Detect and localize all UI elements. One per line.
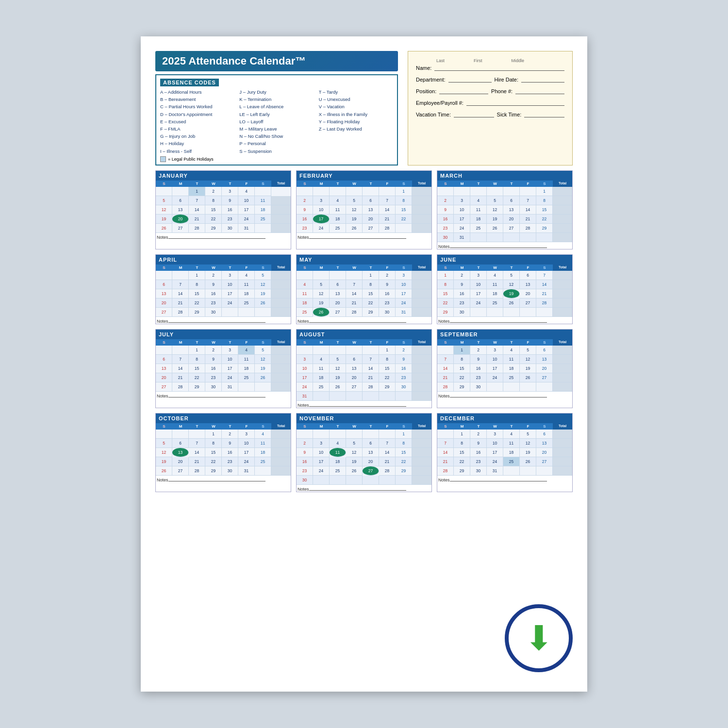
position-line: Position: Phone #: (416, 87, 564, 94)
day-headers: SMTWTFSTotal (297, 265, 431, 271)
cal-cell: 4 (297, 280, 313, 289)
cal-cell: 11 (255, 196, 271, 205)
hire-underline[interactable] (521, 76, 564, 83)
absence-codes-box: ABSENCE CODES A – Additional HoursB – Be… (155, 74, 398, 165)
cal-cell: 16 (222, 448, 238, 457)
cal-cell: 17 (487, 364, 503, 373)
cal-row: 27282930 (156, 308, 291, 317)
day-header: S (396, 265, 412, 271)
cal-cell (313, 476, 330, 485)
notes-underline[interactable] (309, 322, 406, 323)
cal-cell: 27 (503, 224, 520, 233)
cal-cell (189, 430, 205, 439)
cal-cell: 16 (470, 364, 487, 373)
cal-cell: 1 (189, 271, 205, 280)
cal-cell: 17 (222, 289, 238, 298)
cal-cell: 9 (396, 355, 412, 364)
download-overlay[interactable]: ⬇ (505, 604, 573, 672)
cal-cell (156, 346, 172, 355)
cal-cell: 30 (205, 308, 222, 317)
notes-underline[interactable] (309, 490, 406, 491)
cal-cell (520, 308, 536, 317)
notes-line: Notes (437, 319, 572, 324)
cal-cell: 27 (156, 308, 172, 317)
notes-underline[interactable] (450, 397, 547, 397)
dept-underline[interactable] (448, 76, 492, 83)
notes-underline[interactable] (168, 481, 265, 481)
notes-underline[interactable] (168, 397, 265, 397)
cal-cell: 26 (487, 224, 503, 233)
month-block-july: JULYSMTWTFSTotal123456789101112131415161… (155, 329, 291, 408)
cal-cell: 29 (396, 466, 412, 476)
cal-cell: 15 (363, 289, 379, 298)
month-header: JULY (156, 330, 291, 339)
notes-underline[interactable] (450, 322, 547, 323)
emp-underline[interactable] (466, 99, 564, 106)
cal-cell (412, 439, 431, 448)
notes-underline[interactable] (309, 238, 406, 239)
cal-cell: 11 (238, 280, 255, 289)
phone-underline[interactable] (515, 87, 564, 94)
cal-cell: 24 (470, 298, 487, 308)
cal-cell (271, 373, 291, 382)
cal-cell: 28 (172, 382, 189, 392)
code-item: Z – Last Day Worked (319, 125, 393, 132)
notes-underline[interactable] (309, 406, 406, 407)
cal-cell: 11 (487, 280, 503, 289)
name-label: Name: (416, 65, 431, 71)
cal-row: 12345 (156, 271, 291, 280)
cal-cell: 27 (330, 308, 346, 317)
day-header: F (238, 339, 255, 346)
cal-cell: 9 (470, 355, 487, 364)
vacation-underline[interactable] (454, 111, 494, 117)
cal-cell (536, 382, 553, 392)
notes-label: Notes (157, 235, 168, 240)
cal-cell: 13 (172, 205, 189, 215)
notes-label: Notes (298, 487, 309, 492)
cal-row: 28293031 (437, 466, 572, 476)
month-block-september: SEPTEMBERSMTWTFSTotal1234567891011121314… (437, 329, 573, 408)
position-underline[interactable] (439, 87, 488, 94)
notes-underline[interactable] (168, 238, 265, 239)
day-header: M (172, 265, 189, 271)
cal-cell: 16 (297, 457, 313, 466)
vacation-label: Vacation Time: (416, 112, 451, 117)
day-header: S (156, 423, 172, 430)
day-header: F (238, 265, 255, 271)
cal-cell: 21 (536, 289, 553, 298)
day-header: T (189, 423, 205, 430)
day-header: F (520, 339, 536, 346)
cal-cell (313, 346, 330, 355)
cal-cell (412, 196, 431, 205)
cal-cell: 16 (379, 289, 396, 298)
day-header: T (503, 423, 520, 430)
cal-row: 232425262728 (297, 224, 431, 233)
cal-cell: 10 (313, 205, 330, 215)
sick-underline[interactable] (524, 111, 564, 117)
notes-underline[interactable] (168, 322, 265, 323)
day-header: S (255, 265, 271, 271)
name-underline[interactable] (434, 64, 564, 71)
cal-cell (271, 289, 291, 298)
cal-row: 2345678 (297, 196, 431, 205)
month-block-june: JUNESMTWTFSTotal123456789101112131415161… (437, 254, 573, 324)
month-header: MAY (297, 255, 431, 265)
cal-cell: 20 (536, 448, 553, 457)
cal-cell (487, 382, 503, 392)
cal-cell: 23 (222, 457, 238, 466)
notes-underline[interactable] (450, 248, 547, 248)
cal-cell: 3 (222, 271, 238, 280)
day-headers: SMTWTFSTotal (156, 265, 291, 271)
page-title: 2025 Attendance Calendar™ (155, 51, 398, 71)
notes-underline[interactable] (450, 481, 547, 481)
cal-cell (520, 382, 536, 392)
cal-cell (271, 466, 291, 476)
cal-cell: 21 (189, 457, 205, 466)
cal-row: 25262728293031 (297, 308, 431, 317)
cal-cell: 25 (330, 466, 346, 476)
cal-cell: 19 (520, 448, 536, 457)
cal-cell (412, 205, 431, 215)
cal-row: 31 (297, 392, 431, 401)
cal-cell (553, 466, 572, 476)
cal-row: 13141516171819 (156, 289, 291, 298)
